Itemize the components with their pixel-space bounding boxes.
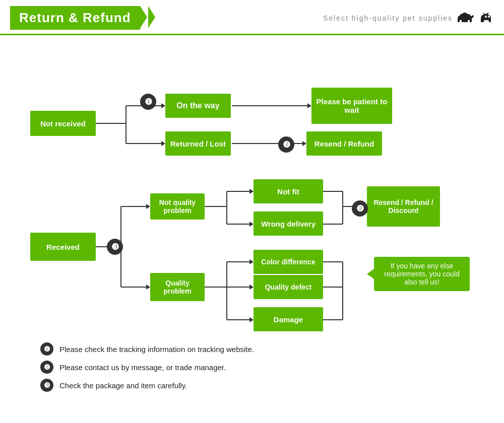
svg-marker-21 [249,222,254,227]
not-received-box: Not received [30,111,96,136]
note-1-circle: ❶ [40,342,53,356]
svg-marker-13 [146,204,150,209]
quality-defect-box: Quality defect [254,275,323,299]
circle-3: ❸ [107,239,123,255]
quality-problem-box: Quality problem [150,273,205,301]
page-container: Return & Refund Select high-quality pet … [0,0,504,412]
not-fit-box: Not fit [254,179,323,203]
note-3: ❸ Check the package and item carefully. [40,379,464,392]
note-2: ❷ Please contact us by message, or trade… [40,361,464,374]
note-1: ❶ Please check the tracking information … [40,342,464,356]
not-quality-box: Not quality problem [150,193,205,220]
resend-refund-discount-box: Resend / Refund / Discount [367,186,440,227]
tagline: Select high-quality pet supplies [323,11,494,25]
svg-marker-27 [249,285,254,290]
please-wait-box: Please be patient to wait [311,88,392,124]
circle-2-bottom: ❷ [352,200,368,217]
svg-marker-9 [302,141,306,146]
main-content: Not received On the way Returned / Lost … [0,35,504,412]
note-3-circle: ❸ [40,379,53,392]
tell-us-box: If you have any else requirements, you c… [374,257,470,291]
damage-box: Damage [254,307,323,331]
note-2-circle: ❷ [40,361,53,374]
svg-marker-5 [161,141,165,146]
header: Return & Refund Select high-quality pet … [0,0,504,35]
flow-diagram: Not received On the way Returned / Lost … [15,45,489,337]
svg-marker-29 [249,317,254,322]
color-diff-box: Color difference [254,250,323,274]
returned-lost-box: Returned / Lost [165,131,231,156]
svg-marker-3 [161,103,165,108]
cat-icon [479,11,494,25]
svg-marker-7 [307,103,311,108]
svg-marker-15 [146,285,150,290]
dog-icon [457,11,475,25]
page-title: Return & Refund [19,10,131,26]
svg-marker-19 [249,189,254,194]
received-box: Received [30,233,96,261]
title-box: Return & Refund [10,6,140,30]
resend-refund-top-box: Resend / Refund [306,131,382,156]
notes-section: ❶ Please check the tracking information … [15,337,489,402]
on-the-way-box: On the way [165,94,231,118]
wrong-delivery-box: Wrong delivery [254,212,323,236]
circle-2-top: ❷ [278,136,294,153]
circle-1-top: ❶ [140,94,156,110]
svg-marker-25 [249,259,254,264]
